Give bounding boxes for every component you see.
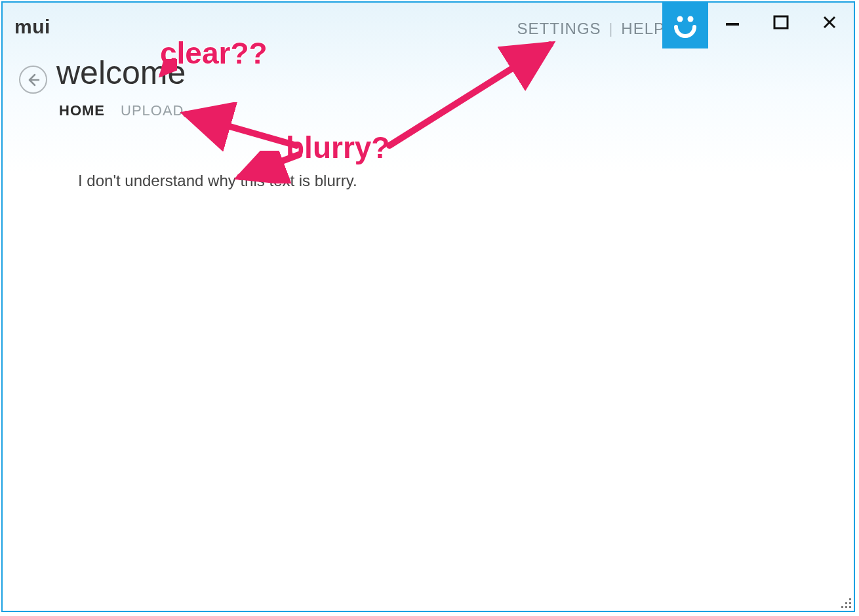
svg-point-0: [677, 16, 683, 22]
svg-rect-2: [726, 23, 739, 26]
annotation-blurry-label: blurry?: [286, 130, 390, 165]
arrow-left-icon: [26, 73, 41, 87]
svg-line-14: [390, 45, 550, 145]
settings-link[interactable]: SETTINGS: [517, 20, 601, 38]
svg-rect-3: [774, 16, 788, 28]
annotation-arrow-to-settings: [383, 35, 567, 153]
page-title: welcome: [56, 54, 186, 92]
tab-upload[interactable]: UPLOAD: [121, 102, 184, 119]
minimize-button[interactable]: [708, 3, 757, 42]
help-link[interactable]: HELP: [621, 20, 665, 38]
resize-grip[interactable]: [838, 595, 851, 608]
link-separator: |: [609, 20, 614, 37]
annotation-arrow-to-upload: [180, 102, 304, 155]
header-links: SETTINGS | HELP: [517, 20, 665, 38]
app-logo-text: mui: [14, 16, 50, 38]
maximize-button[interactable]: [757, 3, 805, 42]
tab-strip: HOME UPLOAD: [59, 102, 184, 119]
tab-home[interactable]: HOME: [59, 102, 105, 119]
back-button[interactable]: [19, 66, 47, 94]
close-button[interactable]: [805, 3, 854, 42]
svg-point-1: [688, 16, 694, 22]
app-window: mui SETTINGS | HELP: [1, 1, 855, 612]
svg-line-10: [186, 114, 296, 145]
body-text: I don't understand why this text is blur…: [78, 172, 357, 190]
window-controls: [708, 3, 854, 42]
smiley-icon[interactable]: [662, 3, 708, 48]
